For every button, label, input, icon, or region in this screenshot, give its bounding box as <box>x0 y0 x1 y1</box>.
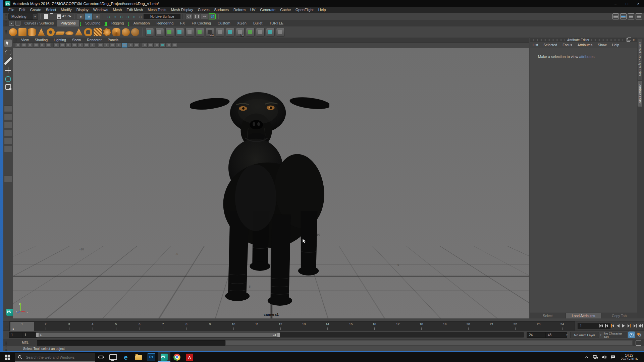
frame-cell[interactable]: 16 <box>363 322 386 331</box>
panel-menu-item[interactable]: Panels <box>105 38 121 42</box>
animation-end-field[interactable]: 48 <box>545 332 567 338</box>
shadows-icon[interactable] <box>77 43 83 48</box>
frame-cell[interactable]: 15 <box>339 322 363 331</box>
playback-range[interactable]: 1 24 <box>36 333 280 337</box>
poly-gear-icon[interactable] <box>103 28 111 36</box>
poly-platonic-icon[interactable] <box>112 28 120 36</box>
attribute-editor-toggle-icon[interactable] <box>620 13 627 19</box>
channel-box-toggle-icon[interactable] <box>636 13 642 19</box>
group-separator[interactable] <box>74 14 74 19</box>
poly-cylinder-icon[interactable] <box>28 28 36 36</box>
frame-cell[interactable]: 10 <box>222 322 245 331</box>
lasso-tool-icon[interactable] <box>5 50 11 55</box>
frame-cell[interactable]: 24 <box>550 322 574 331</box>
poly-cube-icon[interactable] <box>18 28 26 36</box>
snap-to-point-icon[interactable]: ∩ <box>118 14 124 19</box>
select-by-hierarchy-icon[interactable]: ▲ <box>77 13 84 20</box>
field-chart-icon[interactable] <box>160 43 166 48</box>
sculpt-smooth-icon[interactable] <box>131 28 139 36</box>
frame-cell[interactable]: 2 <box>34 322 57 331</box>
layout-two-pane-button[interactable] <box>4 114 12 120</box>
isolate-select-icon[interactable] <box>110 43 115 48</box>
animation-preferences-icon[interactable]: ⚙ <box>636 331 643 338</box>
command-results-field[interactable] <box>225 340 633 346</box>
chevron-down-icon[interactable]: ▾ <box>600 334 601 337</box>
menu-set-dropdown[interactable]: Modeling ▾ <box>8 13 38 20</box>
depth-of-field-icon[interactable] <box>104 43 109 48</box>
motion-blur-icon[interactable] <box>90 43 95 48</box>
viewport-canvas[interactable]: -10 -5 0 5 -10 5 <box>13 48 529 318</box>
frame-cell[interactable]: 13 <box>292 322 316 331</box>
paint-select-tool-icon[interactable] <box>4 57 12 65</box>
image-plane-icon[interactable] <box>39 43 45 48</box>
sculpt-lift-icon[interactable] <box>122 28 130 36</box>
minimize-icon[interactable]: – <box>610 0 621 7</box>
make-live-icon[interactable]: ∩ <box>138 14 143 19</box>
render-current-frame-icon[interactable] <box>193 13 200 19</box>
frame-cell[interactable]: 21 <box>480 322 503 331</box>
command-input[interactable] <box>37 340 227 346</box>
grip-handle[interactable] <box>5 30 7 35</box>
go-to-end-button[interactable] <box>638 323 643 328</box>
close-icon[interactable]: × <box>633 0 644 7</box>
attribute-editor-menu-item[interactable]: Help <box>609 42 622 48</box>
shelf-tab-bullet[interactable]: Bullet <box>250 20 266 26</box>
playback-end-field[interactable]: 24 <box>527 332 548 338</box>
mel-language-toggle[interactable]: MEL <box>22 341 29 345</box>
bridge-icon[interactable] <box>266 28 275 37</box>
frame-cell[interactable]: 5 <box>104 322 128 331</box>
taskbar-app-file-explorer[interactable] <box>132 352 145 362</box>
safe-action-icon[interactable] <box>166 43 172 48</box>
volume-icon[interactable] <box>600 352 608 362</box>
taskbar-app-adobe[interactable]: A <box>183 352 196 362</box>
frame-cell[interactable]: 20 <box>457 322 480 331</box>
boolean-union-icon[interactable] <box>165 28 174 37</box>
grip-handle[interactable] <box>5 333 8 337</box>
gamma-icon[interactable] <box>134 43 140 48</box>
load-attributes-button[interactable]: Load Attributes <box>566 313 601 318</box>
taskbar-app-explorer-pc[interactable] <box>107 352 119 362</box>
frame-cell[interactable]: 23 <box>527 322 550 331</box>
poly-pipe-icon[interactable] <box>84 28 92 36</box>
frame-ruler[interactable]: 1 1 2 3 4 5 6 7 <box>9 321 575 331</box>
textured-mode-icon[interactable] <box>65 43 71 48</box>
bevel-icon[interactable] <box>256 28 265 37</box>
group-separator[interactable] <box>182 14 183 19</box>
shelf-tab-animation[interactable]: Animation <box>130 20 153 26</box>
grip-handle[interactable] <box>5 14 7 19</box>
redo-icon[interactable]: ↷ <box>67 14 72 19</box>
poly-helix-icon[interactable] <box>94 28 102 36</box>
layout-persp-graph-button[interactable] <box>4 138 12 144</box>
x-ray-icon[interactable] <box>116 43 121 48</box>
panel-menu-item[interactable]: View <box>18 38 32 42</box>
ipr-render-icon[interactable]: IPR <box>201 13 208 19</box>
select-tool-icon[interactable] <box>4 40 12 47</box>
attribute-editor-menu-item[interactable]: Focus <box>560 42 575 48</box>
group-separator[interactable] <box>40 14 41 19</box>
menu-item[interactable]: Mesh Tools <box>145 7 168 13</box>
shelf-tab-custom[interactable]: Custom <box>214 20 234 26</box>
shelf-tab-fx[interactable]: FX <box>177 20 188 26</box>
frame-cell[interactable]: 14 <box>316 322 339 331</box>
go-to-start-button[interactable] <box>598 323 603 328</box>
frame-cell[interactable]: 4 <box>81 322 104 331</box>
modeling-toolkit-toggle-icon[interactable] <box>612 13 619 19</box>
menu-item[interactable]: Display <box>74 7 91 13</box>
poly-disc-icon[interactable] <box>65 31 73 35</box>
chevron-down-icon[interactable]: ▾ <box>566 334 568 337</box>
poly-plane-icon[interactable] <box>55 32 65 35</box>
layout-single-pane-button[interactable] <box>4 106 12 112</box>
pan-zoom-icon[interactable] <box>45 43 51 48</box>
step-forward-frame-button[interactable] <box>633 323 637 328</box>
safe-title-icon[interactable] <box>172 43 178 48</box>
use-all-lights-icon[interactable] <box>71 43 77 48</box>
shelf-tab-turtle[interactable]: TURTLE <box>266 20 287 26</box>
frame-cell[interactable]: 3 <box>57 322 81 331</box>
select-button[interactable]: Select <box>530 313 566 318</box>
float-panel-icon[interactable] <box>627 38 630 42</box>
frame-cell[interactable]: 12 <box>269 322 292 331</box>
menu-item[interactable]: File <box>6 7 17 13</box>
rotate-tool-icon[interactable] <box>5 76 11 82</box>
menu-item[interactable]: UV <box>248 7 258 13</box>
anim-layer-dropdown[interactable]: No Anim Layer <box>570 332 599 338</box>
